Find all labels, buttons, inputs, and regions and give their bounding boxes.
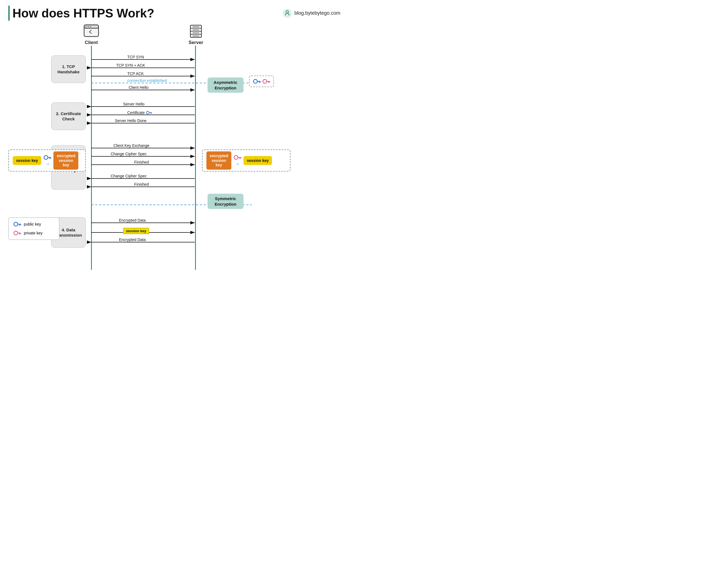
legend-blue-key-icon [13, 221, 21, 227]
private-key-label: private key [24, 231, 43, 235]
server-icon [188, 24, 204, 39]
svg-point-4 [85, 26, 87, 27]
msg-finished-2: Finished [134, 182, 149, 186]
right-key-panel: encrypted session key → session key [202, 149, 290, 172]
msg-certificate: Certificate [127, 110, 152, 115]
server-column: Server [188, 24, 204, 45]
right-pink-key-icon [234, 154, 241, 160]
page-container: How does HTTPS Work? blog.bytebytego.com [0, 0, 349, 279]
client-column: Client [83, 24, 100, 45]
svg-point-6 [90, 26, 91, 27]
msg-finished-1: Finished [134, 160, 149, 165]
legend-pink-key-icon [13, 230, 21, 236]
msg-session-key-label: session key [123, 228, 149, 234]
msg-server-hello: Server Hello [123, 102, 145, 106]
msg-tcp-syn: TCP SYN [127, 55, 144, 59]
symmetric-annotation: Symmetric Encryption [208, 194, 243, 209]
svg-point-46 [44, 155, 48, 159]
msg-tcp-syn-ack: TCP SYN + ACK [116, 63, 145, 68]
brand-label: blog.bytebytego.com [294, 10, 340, 16]
legend-private-key: private key [13, 230, 54, 236]
keys-dashed-right [249, 76, 274, 87]
left-session-key: session key [13, 156, 41, 165]
main-title: How does HTTPS Work? [12, 6, 154, 20]
legend-public-key: public key [13, 221, 54, 227]
title-area: How does HTTPS Work? [8, 5, 154, 21]
legend-box: public key private key [8, 217, 59, 240]
svg-point-38 [254, 79, 257, 83]
right-session-key: session key [243, 156, 272, 165]
client-vline [91, 46, 92, 270]
title-bar [8, 5, 10, 21]
msg-enc-data-1: Encrypted Data [119, 218, 146, 223]
step2-box: 2. Certificate Check [51, 102, 86, 130]
svg-point-42 [263, 79, 267, 83]
asymmetric-annotation: Asymmetric Encryption [208, 77, 243, 93]
svg-point-58 [14, 231, 18, 235]
msg-conn-established: connection established [127, 78, 166, 83]
msg-tcp-ack: TCP ACK [127, 71, 144, 76]
msg-change-cipher-2: Change Cipher Spec [111, 174, 147, 178]
msg-server-hello-done: Server Hello Done [115, 119, 146, 123]
server-vline [195, 46, 196, 270]
server-label: Server [189, 40, 203, 45]
blue-key-icon [253, 78, 261, 84]
diagram: Client Server [8, 24, 340, 270]
pink-key-icon [262, 78, 270, 84]
client-icon [83, 24, 100, 39]
left-blue-key-icon [44, 154, 51, 160]
svg-point-34 [146, 111, 149, 114]
client-label: Client [85, 40, 98, 45]
public-key-label: public key [24, 222, 41, 226]
right-encrypted-key: encrypted session key [206, 151, 231, 170]
brand: blog.bytebytego.com [282, 8, 340, 18]
msg-change-cipher-1: Change Cipher Spec [111, 152, 147, 156]
svg-point-50 [234, 155, 238, 159]
header: How does HTTPS Work? blog.bytebytego.com [8, 5, 340, 21]
msg-client-hello: Client Hello [129, 85, 149, 90]
msg-enc-data-2: Encrypted Data [119, 237, 146, 242]
left-encrypted-key: encrypted session key [53, 151, 78, 170]
brand-logo-icon [282, 8, 292, 18]
svg-point-5 [88, 26, 89, 27]
left-key-panel: session key → encrypted session key [8, 149, 86, 172]
msg-client-key-exchange: Client Key Exchange [113, 143, 150, 148]
svg-point-54 [14, 222, 18, 226]
step1-box: 1. TCP Handshake [51, 55, 86, 83]
